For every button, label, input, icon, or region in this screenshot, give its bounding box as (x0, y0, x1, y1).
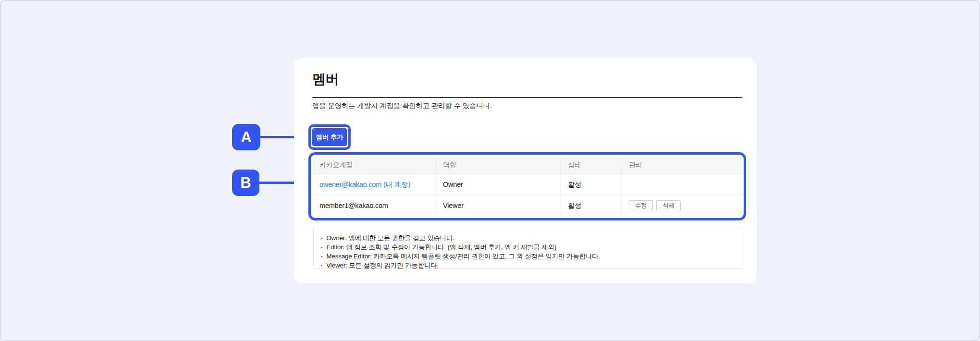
delete-member-button[interactable]: 삭제 (656, 200, 680, 211)
note-viewer: Viewer: 모든 설정의 읽기만 가능합니다. (320, 261, 734, 270)
role-cell: Owner (436, 174, 561, 195)
note-owner: Owner: 앱에 대한 모든 권한을 갖고 있습니다. (320, 233, 734, 243)
highlight-box-add-member: 멤버 추가 (308, 124, 351, 150)
page-title: 멤버 (312, 70, 339, 88)
annotation-badge-a: A (232, 124, 260, 150)
highlight-box-members-table: 카카오계정 역할 상태 관리 owener@kakao.com (내 계정) O… (308, 152, 746, 220)
role-cell: Viewer (436, 195, 561, 216)
note-message-editor: Message Editor: 카카오톡 메시지 템플릿 생성/관리 권한이 있… (320, 252, 734, 261)
table-row: member1@kakao.com Viewer 활성 수정 삭제 (313, 195, 742, 216)
add-member-button[interactable]: 멤버 추가 (312, 128, 347, 146)
account-cell: member1@kakao.com (313, 195, 436, 216)
members-table: 카카오계정 역할 상태 관리 owener@kakao.com (내 계정) O… (313, 157, 742, 216)
page-background: { "page": { "title": "멤버", "description"… (0, 0, 980, 341)
role-notes-box: Owner: 앱에 대한 모든 권한을 갖고 있습니다. Editor: 앱 정… (313, 227, 742, 269)
table-header-row: 카카오계정 역할 상태 관리 (313, 157, 742, 174)
members-settings-card: 멤버 앱을 운영하는 개발자 계정을 확인하고 관리할 수 있습니다. 멤버 추… (294, 58, 757, 283)
account-link-owner[interactable]: owener@kakao.com (내 계정) (319, 180, 410, 189)
column-header-kakao-account: 카카오계정 (313, 157, 436, 174)
column-header-status: 상태 (561, 157, 622, 174)
title-divider (312, 97, 742, 98)
column-header-manage: 관리 (622, 157, 742, 174)
annotation-badge-b: B (232, 170, 259, 196)
manage-cell-empty (622, 174, 742, 195)
status-cell: 활성 (561, 195, 622, 216)
note-editor: Editor: 앱 정보 조회 및 수정이 가능합니다. (앱 삭제, 멤버 추… (320, 243, 734, 252)
table-row: owener@kakao.com (내 계정) Owner 활성 (313, 174, 742, 195)
edit-member-button[interactable]: 수정 (629, 200, 653, 211)
account-cell: owener@kakao.com (내 계정) (313, 174, 436, 195)
page-description: 앱을 운영하는 개발자 계정을 확인하고 관리할 수 있습니다. (312, 101, 492, 110)
status-cell: 활성 (561, 174, 622, 195)
column-header-role: 역할 (436, 157, 561, 174)
manage-cell: 수정 삭제 (622, 195, 742, 216)
